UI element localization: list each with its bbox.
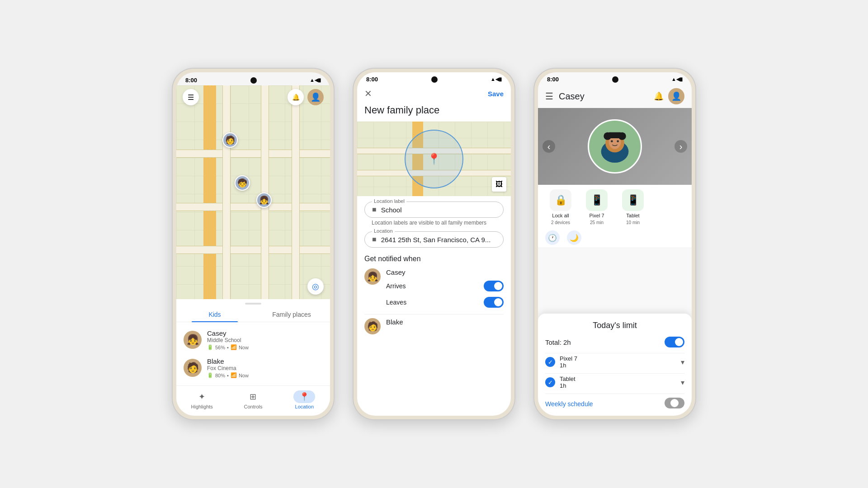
device-tablet[interactable]: 📱 Tablet 10 min bbox=[615, 189, 651, 225]
tabs: Kids Family places bbox=[176, 306, 330, 322]
blake-location: Fox Cinema bbox=[207, 365, 323, 371]
p3-next-arrow[interactable]: › bbox=[675, 140, 687, 153]
header-right: 🔔 👤 bbox=[288, 89, 324, 105]
arrives-toggle[interactable] bbox=[484, 281, 504, 291]
casey-avatar-p2: 👧 bbox=[364, 268, 381, 285]
wifi-icon: 📶 bbox=[231, 344, 237, 350]
p3-prev-arrow[interactable]: ‹ bbox=[542, 140, 555, 153]
clock-button-2[interactable]: 🌙 bbox=[567, 230, 581, 245]
highlights-nav-icon: ✦ bbox=[191, 390, 213, 403]
leaves-label: Leaves bbox=[386, 299, 406, 306]
bs-divider-3 bbox=[545, 394, 684, 394]
battery-icon: 🔋 bbox=[207, 344, 213, 350]
tablet-sub: 10 min bbox=[626, 220, 640, 225]
casey-battery: 56% bbox=[215, 345, 225, 350]
nav-highlights[interactable]: ✦ Highlights bbox=[176, 389, 227, 411]
status-icons-3: ▲◀▮ bbox=[671, 76, 683, 82]
today-limit-title: Today's limit bbox=[545, 321, 684, 330]
location-field-value: 2641 25th St, San Francisco, CA 9... bbox=[381, 236, 496, 244]
profile-svg bbox=[589, 119, 641, 174]
tab-kids[interactable]: Kids bbox=[176, 306, 253, 322]
location-nav-icon: 📍 bbox=[293, 390, 315, 403]
map-marker-2[interactable]: 👧 bbox=[256, 192, 272, 208]
user-avatar-button[interactable]: 👤 bbox=[307, 89, 324, 105]
status-icons-1: ▲◀▮ bbox=[310, 77, 321, 83]
location-label-value: School bbox=[381, 206, 496, 214]
battery-icon-2: 🔋 bbox=[207, 372, 213, 378]
location-label-field-label: Location label bbox=[372, 198, 406, 204]
clock-button-1[interactable]: 🕐 bbox=[545, 230, 560, 245]
p2-header: ✕ Save bbox=[357, 84, 511, 104]
time-2: 8:00 bbox=[366, 76, 378, 83]
nav-controls[interactable]: ⊞ Controls bbox=[227, 389, 278, 411]
casey-person-info: Casey Arrives Leaves bbox=[386, 268, 504, 310]
map-highway-1 bbox=[203, 85, 216, 299]
pixel7-icon: 📱 bbox=[586, 189, 608, 211]
casey-name: Casey bbox=[207, 329, 323, 337]
map-marker-1[interactable]: 🧑 bbox=[222, 132, 238, 148]
tablet-name: Tablet bbox=[626, 213, 639, 218]
p3-devices-row: 🔒 Lock all 2 devices 📱 Pixel 7 25 min 📱 … bbox=[538, 185, 692, 228]
p3-menu-button[interactable]: ☰ bbox=[545, 91, 553, 102]
bs-divider-2 bbox=[545, 373, 684, 374]
svg-point-4 bbox=[611, 140, 613, 142]
p3-bottom-sheet: Today's limit Total: 2h ✓ Pixel 7 1h ▾ ✓ bbox=[538, 314, 692, 416]
map-road-v1 bbox=[222, 85, 231, 299]
nav-location[interactable]: 📍 Location bbox=[279, 389, 330, 411]
list-item-blake[interactable]: 🧑 Blake Fox Cinema 🔋 80% • 📶 Now bbox=[176, 354, 330, 382]
phone-3: 8:00 ▲◀▮ ☰ Casey 🔔 👤 ‹ bbox=[533, 68, 696, 420]
close-button[interactable]: ✕ bbox=[364, 88, 372, 99]
list-item-casey[interactable]: 👧 Casey Middle School 🔋 56% • 📶 Now bbox=[176, 326, 330, 354]
pixel7-check-icon: ✓ bbox=[545, 357, 555, 367]
weekly-schedule-toggle[interactable] bbox=[665, 398, 684, 408]
map-marker-3[interactable]: 🧒 bbox=[235, 175, 250, 191]
location-fab[interactable]: ◎ bbox=[307, 278, 324, 295]
person-casey: 👧 Casey Arrives Leaves bbox=[364, 268, 504, 310]
tablet-limit-row[interactable]: ✓ Tablet 1h ▾ bbox=[545, 375, 684, 389]
save-button[interactable]: Save bbox=[488, 90, 504, 98]
pixel7-detail: Pixel 7 1h bbox=[560, 355, 676, 369]
leaves-toggle[interactable] bbox=[484, 297, 504, 308]
device-lock-all[interactable]: 🔒 Lock all 2 devices bbox=[542, 189, 579, 225]
lock-all-icon: 🔒 bbox=[550, 189, 571, 211]
weekly-schedule-link[interactable]: Weekly schedule bbox=[545, 400, 593, 408]
total-toggle[interactable] bbox=[665, 337, 684, 347]
phone-1: 8:00 ▲◀▮ ☰ 🔔 👤 bbox=[172, 68, 335, 420]
pixel7-limit-name: Pixel 7 bbox=[560, 355, 676, 362]
lock-all-sub: 2 devices bbox=[551, 220, 570, 225]
pixel7-name: Pixel 7 bbox=[589, 213, 604, 218]
blake-now: Now bbox=[239, 373, 249, 378]
status-bar-3: 8:00 ▲◀▮ bbox=[538, 72, 692, 84]
location-field-label: Location bbox=[372, 228, 395, 234]
casey-location: Middle School bbox=[207, 337, 323, 343]
blake-info: Blake Fox Cinema 🔋 80% • 📶 Now bbox=[207, 357, 323, 378]
map-road-h3 bbox=[176, 246, 330, 254]
bottom-nav: ✦ Highlights ⊞ Controls 📍 Location bbox=[176, 385, 330, 416]
tablet-chevron-icon: ▾ bbox=[681, 378, 684, 387]
pixel7-sub: 25 min bbox=[590, 220, 604, 225]
casey-person-name: Casey bbox=[386, 268, 504, 276]
status-icons-2: ▲◀▮ bbox=[491, 76, 502, 82]
bell-button[interactable]: 🔔 bbox=[288, 89, 304, 105]
device-pixel7[interactable]: 📱 Pixel 7 25 min bbox=[579, 189, 615, 225]
map-area-1: ☰ 🔔 👤 🧑 👧 🧒 ◎ bbox=[176, 85, 330, 299]
total-row: Total: 2h bbox=[545, 337, 684, 347]
menu-button[interactable]: ☰ bbox=[183, 89, 199, 105]
p3-avatar-button[interactable]: 👤 bbox=[668, 88, 684, 104]
tab-family-places[interactable]: Family places bbox=[253, 306, 330, 322]
controls-label: Controls bbox=[244, 404, 263, 409]
casey-status: 🔋 56% • 📶 Now bbox=[207, 344, 323, 350]
location-target-icon: ◎ bbox=[312, 282, 319, 291]
tablet-check-icon: ✓ bbox=[545, 377, 555, 387]
bs-divider-1 bbox=[545, 353, 684, 353]
location-field[interactable]: Location ■ 2641 25th St, San Francisco, … bbox=[364, 231, 504, 248]
bs-bottom-row: Weekly schedule bbox=[545, 398, 684, 408]
location-label-field[interactable]: Location label ■ School bbox=[364, 202, 504, 218]
pixel7-limit-row[interactable]: ✓ Pixel 7 1h ▾ bbox=[545, 355, 684, 369]
blake-status: 🔋 80% • 📶 Now bbox=[207, 372, 323, 378]
camera-notch-1 bbox=[250, 77, 257, 84]
arrives-label: Arrives bbox=[386, 282, 406, 290]
p2-image-button[interactable]: 🖼 bbox=[492, 177, 506, 192]
p3-bell-button[interactable]: 🔔 bbox=[654, 91, 664, 101]
p3-profile-section: ‹ › bbox=[538, 108, 692, 185]
